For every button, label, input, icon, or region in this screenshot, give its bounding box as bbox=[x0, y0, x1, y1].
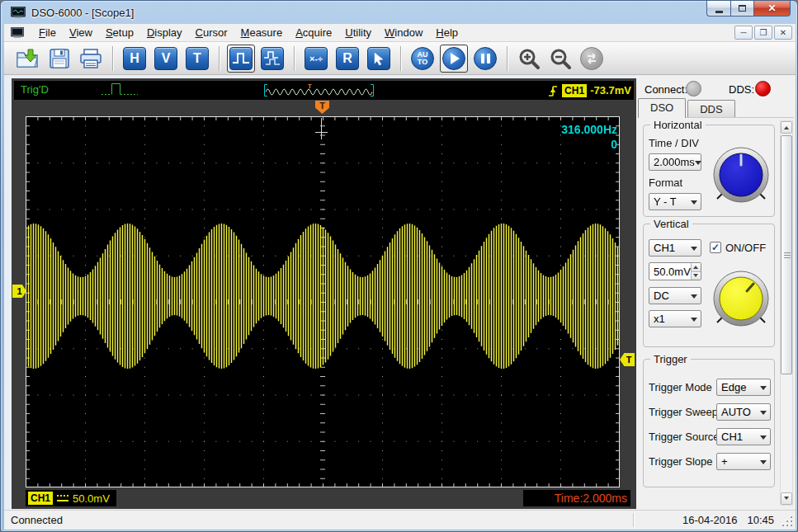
trigger-position-marker[interactable]: T bbox=[315, 101, 329, 114]
acquisition-status-bar: Trig'D CH1 -73.7mV bbox=[14, 81, 634, 100]
horizontal-group-title: Horizontal bbox=[650, 119, 706, 131]
maximize-button[interactable] bbox=[730, 1, 753, 16]
vertical-knob[interactable] bbox=[710, 267, 772, 330]
menu-item-help[interactable]: Help bbox=[429, 24, 465, 41]
counter-readout: 0 bbox=[611, 138, 617, 151]
tab-dso[interactable]: DSO bbox=[638, 98, 686, 118]
menu-item-view[interactable]: View bbox=[63, 24, 99, 41]
pause-button[interactable] bbox=[471, 45, 499, 73]
zoom-in-button[interactable] bbox=[515, 45, 543, 73]
transfer-icon bbox=[580, 47, 603, 70]
title-bar: DSO-6000 - [Scope1] ✕ bbox=[1, 1, 798, 24]
menu-bar: FileViewSetupDisplayCursorMeasureAcquire… bbox=[4, 24, 796, 42]
minimize-icon bbox=[715, 11, 723, 13]
probe-select[interactable]: x1 bbox=[649, 310, 701, 327]
vertical-cursor-button[interactable]: V bbox=[152, 45, 180, 73]
panel-scrollbar[interactable] bbox=[780, 120, 793, 506]
single-pulse-icon bbox=[229, 47, 253, 70]
print-icon bbox=[79, 48, 102, 69]
menu-item-setup[interactable]: Setup bbox=[99, 24, 140, 41]
window-title: DSO-6000 - [Scope1] bbox=[31, 7, 134, 19]
resize-grip[interactable] bbox=[782, 516, 792, 526]
mdi-close-button[interactable]: ✕ bbox=[774, 26, 792, 40]
channel-onoff-checkbox[interactable] bbox=[710, 242, 721, 253]
chevron-down-icon bbox=[756, 431, 770, 443]
mdi-minimize-button[interactable]: ─ bbox=[734, 26, 753, 40]
close-button[interactable]: ✕ bbox=[753, 1, 791, 16]
dual-pulse-button[interactable] bbox=[258, 45, 286, 73]
scroll-up-button[interactable] bbox=[781, 121, 792, 134]
math-icon: ×-÷ bbox=[305, 47, 328, 70]
trigger-source-select[interactable]: CH1 bbox=[716, 428, 771, 445]
menu-item-acquire[interactable]: Acquire bbox=[289, 24, 338, 41]
trigger-sweep-select[interactable]: AUTO bbox=[716, 403, 771, 421]
trigger-mode-select[interactable]: Edge bbox=[716, 379, 771, 396]
spin-up-icon[interactable] bbox=[692, 263, 701, 272]
statusbar-divider bbox=[633, 513, 634, 527]
scrollbar-thumb[interactable] bbox=[781, 135, 792, 374]
dc-coupling-icon bbox=[57, 495, 68, 501]
horizontal-cursor-button[interactable]: H bbox=[120, 45, 149, 73]
trigger-group-title: Trigger bbox=[650, 353, 691, 365]
trigger-type-pulse-icon bbox=[101, 81, 139, 99]
zoom-out-button[interactable] bbox=[546, 45, 574, 73]
dds-label: DDS: bbox=[729, 83, 754, 96]
minimize-button[interactable] bbox=[706, 1, 730, 16]
math-button[interactable]: ×-÷ bbox=[302, 45, 330, 73]
format-select[interactable]: Y - T bbox=[649, 193, 701, 210]
trigger-cursor-button[interactable]: T bbox=[183, 45, 211, 73]
tab-dds[interactable]: DDS bbox=[687, 100, 734, 118]
t-icon: T bbox=[186, 47, 209, 70]
channel-select[interactable]: CH1 bbox=[649, 239, 701, 257]
horizontal-knob[interactable] bbox=[710, 144, 772, 206]
volt-div-spinner[interactable]: 50.0mV bbox=[649, 262, 701, 280]
dds-indicator-led bbox=[755, 81, 771, 97]
toolbar-separator bbox=[219, 46, 220, 71]
cursor-select-button[interactable] bbox=[365, 45, 393, 73]
acquisition-preview bbox=[263, 82, 375, 98]
trigger-level-readout: -73.7mV bbox=[590, 84, 631, 97]
trigger-group: Trigger Trigger Mode Edge Trigger Sweep … bbox=[643, 359, 775, 487]
open-button[interactable] bbox=[14, 45, 42, 73]
autoset-icon: AUTO bbox=[411, 47, 434, 70]
menu-item-cursor[interactable]: Cursor bbox=[189, 24, 234, 41]
toolbar-separator bbox=[294, 46, 295, 71]
save-button[interactable] bbox=[45, 45, 73, 73]
volts-per-div-readout: 50.0mV bbox=[73, 492, 110, 505]
status-time: 10:45 bbox=[747, 514, 774, 526]
run-button[interactable] bbox=[440, 45, 468, 73]
mdi-restore-button[interactable]: ❐ bbox=[754, 26, 772, 40]
trigger-level-marker[interactable]: T bbox=[620, 353, 635, 366]
trigger-sweep-label: Trigger Sweep bbox=[649, 406, 718, 418]
trigger-slope-label: Trigger Slope bbox=[649, 455, 713, 468]
print-button[interactable] bbox=[77, 45, 105, 73]
menu-item-measure[interactable]: Measure bbox=[234, 24, 290, 41]
app-window: DSO-6000 - [Scope1] ✕ FileViewSetupDispl… bbox=[0, 0, 798, 532]
scroll-down-button[interactable] bbox=[781, 492, 792, 505]
menu-item-window[interactable]: Window bbox=[378, 24, 429, 41]
single-pulse-button[interactable] bbox=[227, 45, 255, 73]
time-div-select[interactable]: 2.000ms bbox=[649, 153, 701, 171]
autoset-button[interactable]: AUTO bbox=[408, 45, 437, 73]
pause-icon bbox=[474, 47, 497, 70]
chevron-down-icon bbox=[695, 157, 701, 168]
open-folder-icon bbox=[16, 48, 40, 69]
trigger-channel-badge: CH1 bbox=[562, 84, 587, 97]
scope-panel: Trig'D CH1 -73.7mV T 316.000Hz 0 1 T bbox=[12, 78, 636, 509]
spin-down-icon[interactable] bbox=[692, 272, 701, 280]
channel1-position-marker[interactable]: 1 bbox=[12, 285, 26, 298]
coupling-select[interactable]: DC bbox=[649, 287, 701, 304]
reference-button[interactable]: R bbox=[333, 45, 361, 73]
chevron-down-icon bbox=[687, 196, 701, 208]
rising-edge-icon bbox=[547, 83, 559, 98]
chevron-down-icon bbox=[687, 313, 701, 325]
menu-item-display[interactable]: Display bbox=[140, 24, 189, 41]
menu-item-file[interactable]: File bbox=[32, 24, 63, 41]
trigger-slope-select[interactable]: + bbox=[716, 453, 771, 470]
zoom-out-icon bbox=[549, 47, 572, 70]
transfer-button[interactable] bbox=[578, 45, 606, 73]
channel-readout: CH1 50.0mV bbox=[26, 490, 116, 506]
menu-item-utility[interactable]: Utility bbox=[338, 24, 378, 41]
save-floppy-icon bbox=[49, 48, 70, 69]
close-icon: ✕ bbox=[767, 3, 776, 13]
